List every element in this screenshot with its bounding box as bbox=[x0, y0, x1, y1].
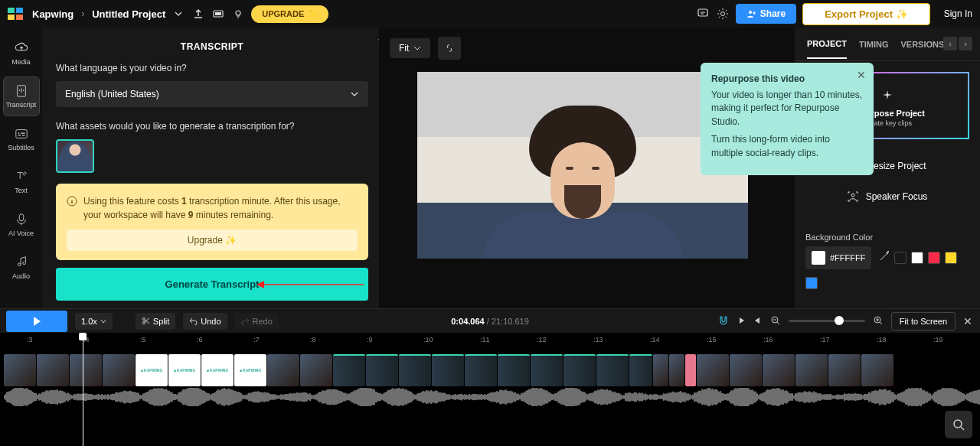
playback-speed-button[interactable]: 1.0x bbox=[75, 313, 113, 330]
timeline-ruler[interactable]: :3:4:5:6:7:8:9:10:11:12:13:14:15:16:17:1… bbox=[0, 333, 980, 350]
trim-end-icon[interactable] bbox=[753, 316, 763, 327]
swatch-red[interactable] bbox=[928, 252, 940, 264]
zoom-in-icon[interactable] bbox=[873, 315, 884, 327]
generate-transcript-button[interactable]: Generate Transcript bbox=[56, 268, 368, 301]
ruler-tick: :11 bbox=[480, 336, 490, 343]
swatch-black[interactable] bbox=[894, 252, 906, 264]
timeline-clip[interactable] bbox=[333, 354, 365, 386]
swatch-blue[interactable] bbox=[805, 277, 818, 289]
popover-body-1: Your video is longer than 10 minutes, ma… bbox=[711, 89, 863, 129]
lightbulb-icon[interactable] bbox=[231, 7, 245, 21]
bgcolor-input[interactable]: #FFFFFF bbox=[805, 246, 871, 269]
brand-kit-icon[interactable] bbox=[211, 7, 225, 21]
timeline-clip[interactable] bbox=[629, 354, 652, 386]
chevron-down-icon bbox=[100, 318, 106, 324]
timeline-clip[interactable] bbox=[432, 354, 464, 386]
timeline-clip[interactable] bbox=[465, 354, 497, 386]
timeline-clip[interactable] bbox=[70, 354, 102, 386]
share-button[interactable]: Share bbox=[736, 4, 796, 24]
close-icon[interactable]: ✕ bbox=[857, 69, 866, 81]
svg-point-6 bbox=[236, 11, 240, 15]
timeline-clip[interactable] bbox=[37, 354, 69, 386]
leftrail-text[interactable]: Text bbox=[3, 162, 40, 202]
asset-thumbnail[interactable] bbox=[56, 139, 94, 173]
split-button[interactable]: Split bbox=[136, 313, 175, 330]
timeline-clip[interactable] bbox=[697, 354, 729, 386]
timeline-clip[interactable]: ■ KAPWING bbox=[234, 354, 266, 386]
speaker-focus-button[interactable]: Speaker Focus bbox=[805, 184, 969, 210]
play-button[interactable] bbox=[6, 311, 67, 332]
svg-point-8 bbox=[720, 12, 724, 16]
leftrail-transcript[interactable]: Transcript bbox=[3, 77, 40, 116]
breadcrumb-chevron-icon: › bbox=[81, 8, 84, 19]
timeline-clip[interactable] bbox=[300, 354, 332, 386]
timeline-clip[interactable] bbox=[564, 354, 596, 386]
playhead[interactable] bbox=[83, 333, 83, 446]
leftrail-ai-voice[interactable]: AI Voice bbox=[3, 205, 40, 245]
leftrail-subtitles[interactable]: Subtitles bbox=[3, 119, 40, 159]
chevron-down-icon[interactable] bbox=[172, 7, 185, 21]
swatch-yellow[interactable] bbox=[945, 252, 957, 264]
zoom-out-icon[interactable] bbox=[770, 315, 781, 327]
unlink-icon[interactable] bbox=[438, 37, 461, 60]
close-timeline-icon[interactable]: ✕ bbox=[963, 315, 972, 327]
timeline-clip[interactable] bbox=[103, 354, 135, 386]
comment-icon[interactable] bbox=[696, 7, 710, 21]
export-project-button[interactable]: Export Project ✨ bbox=[802, 3, 929, 25]
timeline[interactable]: :3:4:5:6:7:8:9:10:11:12:13:14:15:16:17:1… bbox=[0, 333, 980, 446]
timeline-clip[interactable] bbox=[685, 354, 696, 386]
search-button[interactable] bbox=[945, 411, 972, 438]
timeline-clip[interactable] bbox=[366, 354, 398, 386]
timeline-clip[interactable]: ■ KAPWING bbox=[136, 354, 168, 386]
gear-icon[interactable] bbox=[716, 7, 730, 21]
app-name[interactable]: Kapwing bbox=[32, 8, 74, 20]
fit-to-screen-button[interactable]: Fit to Screen bbox=[891, 312, 956, 330]
tab-timing[interactable]: TIMING bbox=[859, 31, 889, 58]
svg-point-15 bbox=[851, 194, 854, 197]
timeline-clip[interactable] bbox=[828, 354, 861, 386]
repurpose-popover: ✕ Repurpose this video Your video is lon… bbox=[701, 63, 874, 175]
tab-project[interactable]: PROJECT bbox=[807, 30, 847, 59]
upgrade-button[interactable]: UPGRADE✨ bbox=[251, 5, 328, 23]
timeline-clip[interactable] bbox=[596, 354, 629, 386]
undo-button[interactable]: Undo bbox=[183, 313, 227, 330]
transcription-cost-card: Using this feature costs 1 transcription… bbox=[56, 184, 368, 260]
sign-in-button[interactable]: Sign In bbox=[944, 8, 972, 19]
ruler-tick: :6 bbox=[197, 336, 203, 343]
tab-versions[interactable]: VERSIONS bbox=[900, 31, 944, 58]
zoom-fit-button[interactable]: Fit bbox=[390, 38, 430, 58]
kapwing-logo[interactable] bbox=[8, 5, 26, 23]
video-track[interactable]: ■ KAPWING■ KAPWING■ KAPWING■ KAPWING bbox=[4, 354, 980, 386]
leftrail-media[interactable]: Media bbox=[3, 34, 40, 73]
magnet-icon[interactable] bbox=[718, 315, 729, 327]
swatch-white[interactable] bbox=[911, 252, 923, 264]
tab-scroll-right-icon[interactable]: › bbox=[959, 37, 972, 50]
timeline-clip[interactable] bbox=[669, 354, 684, 386]
audio-waveform[interactable] bbox=[4, 388, 980, 406]
trim-start-icon[interactable] bbox=[737, 316, 746, 327]
timeline-clip[interactable] bbox=[531, 354, 563, 386]
timeline-clip[interactable] bbox=[763, 354, 795, 386]
zoom-slider[interactable] bbox=[789, 320, 865, 322]
upload-icon[interactable] bbox=[191, 7, 205, 21]
eyedropper-icon[interactable] bbox=[879, 251, 890, 265]
upgrade-inline-button[interactable]: Upgrade ✨ bbox=[67, 230, 358, 251]
timeline-clip[interactable] bbox=[795, 354, 828, 386]
timeline-clip[interactable] bbox=[730, 354, 762, 386]
undo-label: Undo bbox=[201, 317, 220, 326]
language-select[interactable]: English (United States) bbox=[56, 81, 368, 107]
timeline-clip[interactable] bbox=[498, 354, 530, 386]
timeline-clip[interactable] bbox=[267, 354, 299, 386]
timeline-clip[interactable] bbox=[861, 354, 893, 386]
speaker-label: Speaker Focus bbox=[866, 191, 928, 202]
ruler-tick: :7 bbox=[253, 336, 260, 343]
timeline-clip[interactable] bbox=[653, 354, 668, 386]
timeline-clip[interactable] bbox=[399, 354, 431, 386]
timeline-clip[interactable] bbox=[4, 354, 36, 386]
leftrail-audio[interactable]: Audio bbox=[3, 248, 40, 288]
timeline-clip[interactable]: ■ KAPWING bbox=[168, 354, 201, 386]
tab-scroll-left-icon[interactable]: ‹ bbox=[943, 37, 957, 50]
video-preview[interactable] bbox=[417, 72, 748, 259]
timeline-clip[interactable]: ■ KAPWING bbox=[201, 354, 234, 386]
project-title[interactable]: Untitled Project bbox=[92, 8, 165, 20]
